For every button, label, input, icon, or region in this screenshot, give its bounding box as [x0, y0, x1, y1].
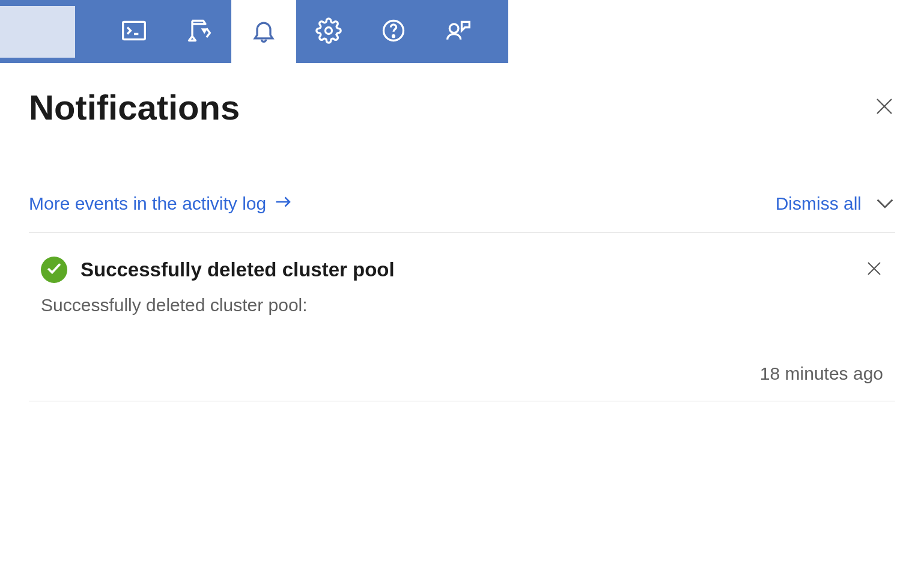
filter-directory-button[interactable] — [166, 0, 231, 63]
notification-item: Successfully deleted cluster pool Succes… — [29, 233, 895, 401]
svg-point-1 — [326, 27, 332, 34]
panel-actions: More events in the activity log Dismiss … — [29, 193, 895, 233]
feedback-button[interactable] — [426, 0, 491, 63]
dismiss-all-button[interactable]: Dismiss all — [776, 193, 895, 214]
more-events-label: More events in the activity log — [29, 193, 266, 214]
close-icon — [865, 269, 883, 279]
gear-icon — [315, 17, 342, 46]
notification-title: Successfully deleted cluster pool — [81, 258, 395, 281]
panel-header: Notifications — [29, 87, 895, 127]
cloud-shell-button[interactable] — [102, 0, 166, 63]
arrow-right-icon — [275, 193, 293, 214]
search-box-placeholder[interactable] — [0, 6, 75, 58]
notifications-button[interactable] — [231, 0, 296, 63]
chevron-down-icon — [875, 193, 895, 214]
svg-rect-0 — [123, 22, 145, 39]
top-toolbar — [0, 0, 508, 63]
feedback-icon — [445, 17, 472, 46]
settings-button[interactable] — [296, 0, 361, 63]
notification-header: Successfully deleted cluster pool — [41, 257, 883, 283]
notification-timestamp: 18 minutes ago — [41, 364, 883, 384]
help-icon — [380, 17, 407, 46]
close-icon — [874, 109, 895, 119]
close-panel-button[interactable] — [874, 96, 895, 120]
status-badge — [41, 257, 67, 283]
help-button[interactable] — [361, 0, 426, 63]
checkmark-icon — [46, 262, 62, 278]
notifications-panel: Notifications More events in the activit… — [0, 63, 924, 401]
more-events-link[interactable]: More events in the activity log — [29, 193, 293, 214]
bell-icon — [251, 17, 277, 46]
cloud-shell-icon — [121, 17, 147, 46]
notification-body: Successfully deleted cluster pool: — [41, 295, 883, 315]
dismiss-notification-button[interactable] — [865, 260, 883, 280]
dismiss-all-label: Dismiss all — [776, 193, 862, 214]
filter-directory-icon — [186, 17, 212, 46]
notification-header-left: Successfully deleted cluster pool — [41, 257, 395, 283]
svg-point-4 — [449, 24, 458, 33]
panel-title: Notifications — [29, 87, 240, 127]
svg-point-3 — [393, 35, 395, 37]
